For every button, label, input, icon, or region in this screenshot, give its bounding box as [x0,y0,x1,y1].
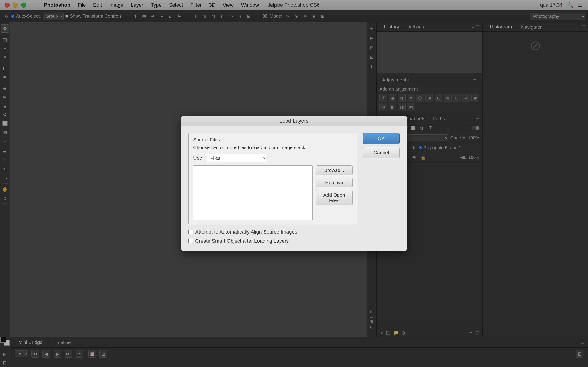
files-side-buttons: Browse... Remove Add Open Files [316,165,353,220]
smart-object-label: Create Smart Object after Loading Layers [195,238,289,244]
auto-align-checkbox[interactable] [188,230,193,234]
files-listbox[interactable] [193,165,313,220]
browse-button[interactable]: Browse... [316,165,353,175]
remove-button[interactable]: Remove [316,178,353,187]
add-open-files-button[interactable]: Add Open Files [316,190,353,205]
source-files-desc: Choose two or more files to load into an… [193,145,353,150]
cancel-button[interactable]: Cancel [363,147,400,158]
dialog-title-bar: Load Layers [182,116,406,126]
dialog-body: Source Files Choose two or more files to… [182,126,406,251]
source-files-legend: Source Files [193,137,353,142]
use-label: Use: [193,155,204,161]
dialog-title: Load Layers [279,118,309,124]
dialog-overlay: Load Layers Source Files Choose two or m… [0,0,588,367]
dialog-buttons: OK Cancel [363,133,400,244]
use-select[interactable]: Files Folder Open Files [207,154,267,162]
checkbox-row-1: Attempt to Automatically Align Source Im… [188,229,357,235]
checkbox-row-2: Create Smart Object after Loading Layers [188,238,357,244]
use-row: Use: Files Folder Open Files [193,154,353,162]
app:  Photoshop File Edit Image Layer Type S… [0,0,588,367]
auto-align-label: Attempt to Automatically Align Source Im… [195,229,297,235]
load-layers-dialog: Load Layers Source Files Choose two or m… [182,116,406,251]
dialog-main-area: Source Files Choose two or more files to… [188,133,357,244]
source-files-group: Source Files Choose two or more files to… [188,133,357,224]
files-area-row: Browse... Remove Add Open Files [193,165,353,220]
ok-button[interactable]: OK [363,133,400,144]
smart-object-checkbox[interactable] [188,239,193,243]
